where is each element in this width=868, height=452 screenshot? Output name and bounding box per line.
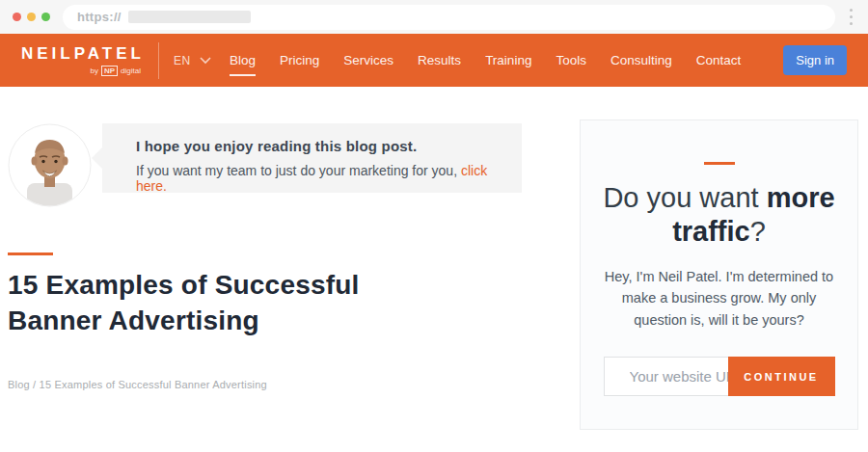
language-label: EN: [174, 54, 191, 67]
continue-button[interactable]: CONTINUE: [728, 357, 835, 396]
callout-bubble: I hope you enjoy reading this blog post.…: [102, 123, 522, 193]
traffic-cta-card: Do you want more traffic? Hey, I'm Neil …: [580, 120, 858, 430]
callout-bold-text: I hope you enjoy reading this blog post.: [136, 138, 506, 154]
close-window-button[interactable]: [13, 13, 21, 21]
sign-in-button[interactable]: Sign in: [783, 45, 847, 75]
page-title: 15 Examples of Successful Banner Adverti…: [8, 268, 451, 339]
url-scheme-text: https://: [77, 10, 122, 24]
browser-menu-icon[interactable]: [850, 9, 853, 25]
website-url-input[interactable]: [604, 357, 728, 396]
neil-patel-avatar: [8, 123, 92, 207]
website-url-form: CONTINUE: [581, 357, 857, 396]
nav-item-pricing[interactable]: Pricing: [280, 53, 319, 76]
logo-wordmark: NEILPATEL: [21, 45, 145, 62]
language-selector[interactable]: EN: [174, 54, 211, 67]
nav-item-results[interactable]: Results: [418, 53, 461, 76]
card-title: Do you want more traffic?: [599, 181, 840, 250]
nav-item-blog[interactable]: Blog: [230, 53, 256, 76]
main-navbar: NEILPATEL by NP digital EN Blog Pricing …: [0, 34, 868, 87]
chevron-down-icon: [200, 57, 211, 65]
zoom-window-button[interactable]: [41, 13, 50, 21]
breadcrumb-separator: /: [30, 379, 40, 390]
window-controls: [13, 13, 50, 21]
card-description: Hey, I'm Neil Patel. I'm determined to m…: [604, 266, 835, 331]
nav-item-consulting[interactable]: Consulting: [610, 53, 672, 76]
card-accent-line: [704, 162, 735, 165]
logo-subtext: by NP digital: [21, 66, 141, 76]
nav-item-services[interactable]: Services: [343, 53, 393, 76]
card-title-light: Do you want: [603, 182, 766, 213]
breadcrumb-current: 15 Examples of Successful Banner Adverti…: [40, 379, 267, 390]
nav-item-tools[interactable]: Tools: [556, 53, 586, 76]
page-content: I hope you enjoy reading this blog post.…: [0, 87, 868, 430]
callout-prefix-text: If you want my team to just do your mark…: [136, 163, 461, 178]
browser-chrome: https://: [0, 0, 868, 34]
minimize-window-button[interactable]: [27, 13, 36, 21]
neilpatel-logo[interactable]: NEILPATEL by NP digital: [21, 45, 145, 76]
title-accent-line: [8, 253, 53, 255]
author-callout: I hope you enjoy reading this blog post.…: [8, 123, 540, 207]
logo-digital-text: digital: [121, 66, 141, 75]
breadcrumb-blog-link[interactable]: Blog: [8, 379, 30, 390]
breadcrumb: Blog / 15 Examples of Successful Banner …: [8, 379, 540, 390]
url-redacted-block: [128, 11, 251, 23]
callout-second-line: If you want my team to just do your mark…: [136, 163, 506, 194]
nav-item-training[interactable]: Training: [485, 53, 531, 76]
nav-item-contact[interactable]: Contact: [696, 53, 742, 76]
logo-by-text: by: [90, 66, 97, 75]
address-bar[interactable]: https://: [63, 5, 835, 30]
navbar-links: Blog Pricing Services Results Training T…: [230, 45, 847, 75]
navbar-divider: [158, 42, 159, 79]
article-column: I hope you enjoy reading this blog post.…: [8, 87, 540, 430]
card-title-suffix: ?: [750, 216, 766, 247]
np-digital-badge: NP: [101, 66, 118, 76]
